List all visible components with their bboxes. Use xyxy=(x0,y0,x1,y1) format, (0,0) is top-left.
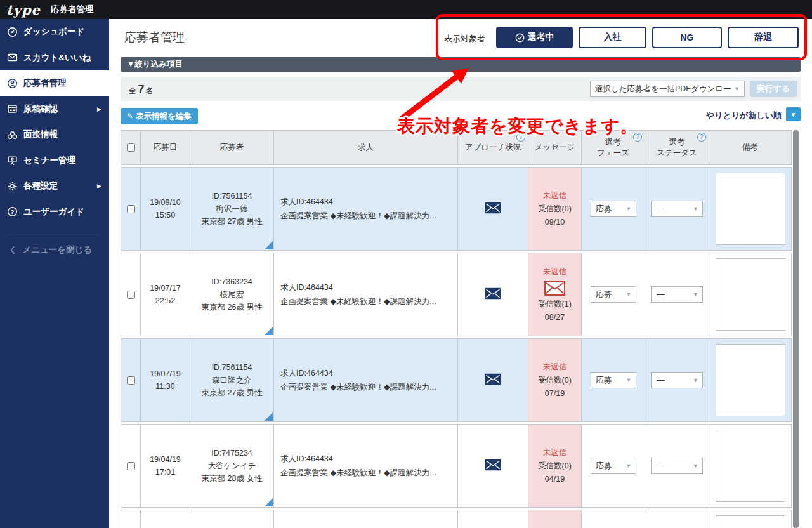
approach-cell xyxy=(458,510,528,528)
status-cell: —▼ xyxy=(645,167,709,251)
bulk-action-dropdown[interactable]: 選択した応募者を一括PDFダウンロー ▼ xyxy=(590,81,745,97)
chevron-down-icon: ▼ xyxy=(626,287,632,302)
applicant-cell[interactable]: ID:7475234大谷ケンイチ東京都 28歳 女性 xyxy=(190,424,274,508)
header-approach: アプローチ状況 ? xyxy=(458,130,528,165)
applicant-cell[interactable]: ID:7561154梅沢一徳東京都 27歳 男性 xyxy=(190,167,274,251)
row-checkbox[interactable] xyxy=(127,291,135,299)
applicant-cell[interactable] xyxy=(190,510,274,528)
bulk-action-value: 選択した応募者を一括PDFダウンロー xyxy=(595,84,731,93)
submenu-arrow-icon: ▶ xyxy=(97,183,102,189)
binoculars-icon xyxy=(7,129,19,140)
sidebar-item-guide[interactable]: ? ユーザーガイド xyxy=(0,199,109,225)
apply-date-cell: 19/04/1917:01 xyxy=(141,424,190,508)
sidebar-item-interview[interactable]: 面接情報 xyxy=(0,122,109,148)
job-cell: 求人ID:464434企画提案営業 ◆未経験歓迎！◆課題解決力... xyxy=(274,167,458,251)
narrow-down-bar[interactable]: ▼絞り込み項目 xyxy=(121,57,801,72)
question-icon: ? xyxy=(7,206,19,217)
sidebar-item-settings[interactable]: 各種設定 ▶ xyxy=(0,173,109,199)
chevron-down-icon: ▼ xyxy=(626,201,632,216)
sidebar-item-label: セミナー管理 xyxy=(23,155,75,166)
sidebar-item-manuscript[interactable]: 原稿確認 ▶ xyxy=(0,96,109,122)
edit-display-info-button[interactable]: ✎ 表示情報を編集 xyxy=(121,108,198,124)
header-apply-date: 応募日 xyxy=(141,130,190,165)
remarks-textarea[interactable] xyxy=(716,515,785,528)
close-menu-label: メニューを閉じる xyxy=(22,244,92,256)
remarks-cell xyxy=(709,338,792,422)
sidebar-item-dashboard[interactable]: ダッシュボード xyxy=(0,19,109,45)
help-icon[interactable]: ? xyxy=(516,133,525,142)
gauge-icon xyxy=(7,27,19,37)
select-all-checkbox[interactable] xyxy=(127,143,135,152)
sidebar-item-seminar[interactable]: セミナー管理 xyxy=(0,148,109,174)
job-cell xyxy=(274,510,458,528)
apply-date-cell: 19/07/1911:30 xyxy=(141,338,190,422)
sidebar-item-applicants[interactable]: 応募者管理 xyxy=(0,70,109,96)
apply-date-cell: 19/09/1015:50 xyxy=(141,167,190,251)
remarks-textarea[interactable] xyxy=(716,173,785,245)
filter-button-in-progress[interactable]: 選考中 xyxy=(496,27,573,48)
phase-select[interactable]: 応募▼ xyxy=(591,286,636,303)
app-title: 応募者管理 xyxy=(51,4,94,15)
document-icon xyxy=(7,103,19,114)
presentation-icon xyxy=(7,155,19,166)
phase-cell: 応募▼ xyxy=(582,338,645,422)
expand-corner-icon[interactable] xyxy=(265,412,273,421)
phase-cell: ▼ xyxy=(582,510,645,528)
phase-select[interactable]: 応募▼ xyxy=(591,372,636,388)
svg-text:?: ? xyxy=(11,209,15,215)
submenu-arrow-icon: ▶ xyxy=(97,106,102,112)
edit-display-info-label: 表示情報を編集 xyxy=(136,111,192,122)
applicant-cell[interactable]: ID:7561154森口隆之介東京都 27歳 男性 xyxy=(190,338,274,422)
table-row: 19/07/1722:52 ID:7363234横尾宏東京都 26歳 男性 求人… xyxy=(121,253,792,336)
help-icon[interactable]: ? xyxy=(633,133,642,142)
filter-button-hired[interactable]: 入社 xyxy=(579,27,646,48)
row-checkbox[interactable] xyxy=(127,462,135,470)
sidebar-item-label: 面接情報 xyxy=(23,129,58,140)
chevron-down-icon: ▼ xyxy=(626,373,632,388)
sort-order-dropdown-button[interactable]: ▼ xyxy=(786,107,801,121)
row-checkbox[interactable] xyxy=(127,205,135,213)
status-select[interactable]: —▼ xyxy=(651,458,703,474)
phase-cell: 応募▼ xyxy=(582,167,645,251)
applicant-cell[interactable]: ID:7363234横尾宏東京都 26歳 男性 xyxy=(190,253,274,336)
help-icon[interactable]: ? xyxy=(697,133,706,142)
status-select[interactable]: —▼ xyxy=(651,286,703,303)
sidebar-divider xyxy=(8,234,101,234)
sort-order-value: やりとりが新しい順 xyxy=(706,110,782,121)
remarks-cell xyxy=(709,253,792,336)
status-cell: —▼ xyxy=(645,424,709,508)
remarks-textarea[interactable] xyxy=(716,344,785,416)
approach-cell xyxy=(458,253,528,336)
unread-mail-icon xyxy=(544,280,565,296)
apply-date-cell: 19/07/1722:52 xyxy=(141,253,190,336)
applicants-table: 応募日 応募者 求人 アプローチ状況 ? メッセージ 選考フェーズ ? 選考ステ… xyxy=(121,130,792,528)
vertical-scrollbar[interactable] xyxy=(793,130,799,528)
remarks-textarea[interactable] xyxy=(716,430,785,502)
row-checkbox[interactable] xyxy=(127,376,135,385)
expand-corner-icon[interactable] xyxy=(265,241,273,249)
expand-corner-icon[interactable] xyxy=(265,327,273,335)
approach-cell xyxy=(458,424,528,508)
status-select[interactable]: —▼ xyxy=(651,201,703,217)
header-status: 選考ステータス ? xyxy=(645,130,709,165)
filter-button-ng[interactable]: NG xyxy=(652,27,722,48)
job-cell: 求人ID:464434企画提案営業 ◆未経験歓迎！◆課題解決力... xyxy=(274,338,458,422)
header-message: メッセージ xyxy=(528,130,582,165)
mail-icon[interactable] xyxy=(485,287,501,302)
approach-cell xyxy=(458,167,528,251)
phase-select[interactable]: 応募▼ xyxy=(591,201,636,217)
mail-icon[interactable] xyxy=(485,459,501,473)
mail-icon[interactable] xyxy=(485,202,501,216)
status-select[interactable]: —▼ xyxy=(651,372,703,388)
phase-select[interactable]: 応募▼ xyxy=(591,458,636,474)
execute-button[interactable]: 実行する xyxy=(750,81,797,97)
type-logo: type xyxy=(6,2,41,18)
expand-corner-icon[interactable] xyxy=(265,498,273,506)
sidebar-item-scout[interactable]: スカウト&いいね xyxy=(0,45,109,71)
filter-button-declined[interactable]: 辞退 xyxy=(728,27,799,48)
sidebar-item-label: 応募者管理 xyxy=(23,77,67,89)
remarks-textarea[interactable] xyxy=(716,258,785,331)
close-menu-button[interactable]: く メニューを閉じる xyxy=(0,244,109,256)
mail-icon[interactable] xyxy=(485,373,501,388)
filter-button-label: 入社 xyxy=(604,32,622,43)
